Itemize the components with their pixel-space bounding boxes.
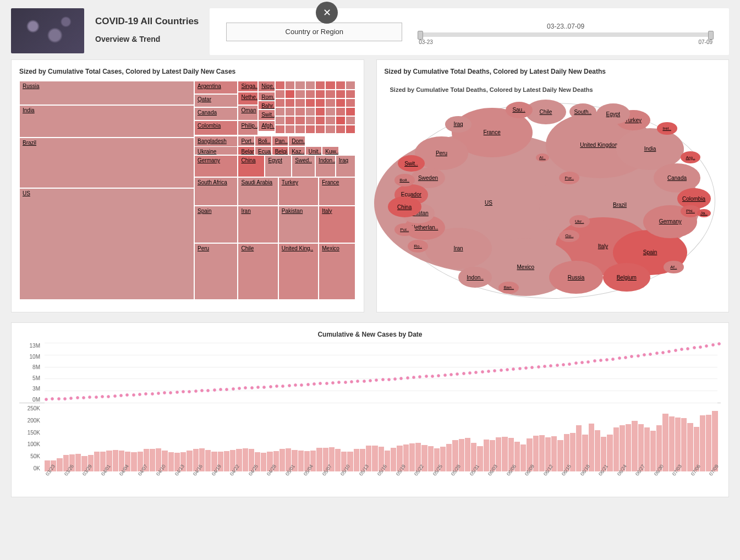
treemap-cell-small[interactable] <box>315 98 325 107</box>
line-point[interactable] <box>705 344 708 348</box>
line-point[interactable] <box>262 386 266 389</box>
bar-item[interactable] <box>279 449 285 471</box>
line-point[interactable] <box>518 367 522 370</box>
line-point[interactable] <box>337 381 341 384</box>
bar-item[interactable] <box>712 411 717 471</box>
bubble-item[interactable]: China <box>388 196 421 217</box>
treemap-cell-small[interactable] <box>336 107 346 116</box>
bubble-item[interactable]: Indon.. <box>458 267 492 288</box>
treemap-cell[interactable]: United King.. <box>278 243 319 300</box>
line-point[interactable] <box>288 384 291 387</box>
treemap-cell-small[interactable] <box>275 98 285 107</box>
treemap-cell-small[interactable] <box>305 90 315 98</box>
bubble-item[interactable]: Egypt <box>596 103 630 124</box>
line-point[interactable] <box>319 382 322 385</box>
treemap-cell-small[interactable] <box>346 107 355 116</box>
bar-item[interactable] <box>557 440 563 471</box>
treemap-cell[interactable]: Mexico <box>319 243 355 300</box>
treemap-cell-small[interactable] <box>285 90 295 98</box>
treemap-cell[interactable]: Ukraine <box>194 146 238 155</box>
line-point[interactable] <box>369 379 372 382</box>
line-point[interactable] <box>481 370 484 374</box>
treemap-cell[interactable]: Argentina <box>194 81 238 94</box>
new-cases-bar-chart[interactable]: 250K200K150K100K50K0K <box>19 405 721 471</box>
treemap-cell[interactable]: Chile <box>238 243 278 300</box>
bar-item[interactable] <box>428 446 434 471</box>
treemap-cell[interactable]: Kaz.. <box>288 146 305 155</box>
treemap-cell[interactable]: Kuw.. <box>322 146 339 155</box>
treemap-cell[interactable]: US <box>19 188 194 300</box>
treemap-cell[interactable]: Belar.. <box>238 146 255 155</box>
cases-treemap[interactable]: RussiaIndiaBrazilUSArgentinaQatarCanadaC… <box>19 81 356 300</box>
treemap-cell[interactable]: Pan.. <box>272 136 289 147</box>
bubble-item[interactable]: Af.. <box>664 261 684 273</box>
line-point[interactable] <box>462 372 465 375</box>
line-point[interactable] <box>487 370 490 373</box>
bar-item[interactable] <box>372 446 377 471</box>
treemap-cell[interactable]: Nethe.. <box>238 92 258 105</box>
bar-item[interactable] <box>632 421 637 471</box>
treemap-cell-small[interactable] <box>346 98 355 107</box>
line-point[interactable] <box>568 363 571 366</box>
treemap-cell[interactable]: Russia <box>19 81 194 105</box>
bubble-item[interactable]: Ukr.. <box>569 215 590 228</box>
treemap-cell-small[interactable] <box>336 98 346 107</box>
line-point[interactable] <box>611 358 615 361</box>
line-point[interactable] <box>313 382 316 386</box>
bubble-item[interactable]: Pol.. <box>394 223 415 236</box>
treemap-cell[interactable]: Unit.. <box>305 146 322 155</box>
treemap-cell[interactable]: India <box>19 105 194 138</box>
line-point[interactable] <box>530 366 534 369</box>
treemap-cell[interactable]: Canada <box>194 107 238 120</box>
line-point[interactable] <box>213 388 216 392</box>
country-filter-button[interactable]: Country or Region <box>226 23 402 41</box>
line-point[interactable] <box>350 380 353 383</box>
treemap-cell-small[interactable] <box>315 125 325 134</box>
line-point[interactable] <box>188 390 191 393</box>
bubble-item[interactable]: Ja.. <box>697 209 710 217</box>
treemap-cell[interactable]: China <box>238 155 265 177</box>
bar-item[interactable] <box>539 435 545 471</box>
treemap-cell[interactable]: Qatar <box>194 94 238 107</box>
bar-item[interactable] <box>700 415 705 471</box>
treemap-cell-small[interactable] <box>325 81 335 90</box>
line-point[interactable] <box>500 369 503 372</box>
treemap-cell[interactable]: Port.. <box>238 136 255 147</box>
line-point[interactable] <box>562 363 565 366</box>
treemap-cell-small[interactable] <box>275 107 285 116</box>
line-point[interactable] <box>586 360 590 364</box>
bubble-item[interactable]: South.. <box>569 103 596 120</box>
treemap-cell-small[interactable] <box>346 116 355 125</box>
bar-item[interactable] <box>316 448 322 471</box>
treemap-cell-small[interactable] <box>346 90 355 98</box>
bar-item[interactable] <box>644 427 650 471</box>
line-point[interactable] <box>294 383 297 387</box>
bubble-item[interactable]: Iraq <box>445 116 472 133</box>
slider-track[interactable] <box>419 32 712 37</box>
line-point[interactable] <box>82 396 85 399</box>
treemap-cell-small[interactable] <box>325 98 335 107</box>
bar-item[interactable] <box>589 424 594 471</box>
treemap-cell-small[interactable] <box>325 116 335 125</box>
line-point[interactable] <box>151 392 154 396</box>
line-point[interactable] <box>232 387 235 391</box>
line-point[interactable] <box>456 372 459 376</box>
line-point[interactable] <box>425 375 428 378</box>
treemap-cell[interactable]: Swed.. <box>292 155 315 177</box>
line-point[interactable] <box>331 381 335 385</box>
line-point[interactable] <box>144 392 147 396</box>
bubble-item[interactable]: Irel.. <box>657 122 677 135</box>
deaths-bubble-chart[interactable]: USBrazilUnited KingdomItalyMexicoFranceS… <box>385 97 721 304</box>
line-point[interactable] <box>680 348 683 351</box>
line-point[interactable] <box>325 382 328 385</box>
line-point[interactable] <box>206 389 210 392</box>
bar-item[interactable] <box>687 423 693 471</box>
line-point[interactable] <box>182 390 185 393</box>
treemap-cell-small[interactable] <box>285 116 295 125</box>
line-point[interactable] <box>693 346 696 349</box>
treemap-cell-small[interactable] <box>285 81 295 90</box>
treemap-cell[interactable]: Spain <box>194 206 238 243</box>
line-point[interactable] <box>306 383 310 386</box>
bar-item[interactable] <box>354 449 359 471</box>
line-point[interactable] <box>468 371 472 375</box>
